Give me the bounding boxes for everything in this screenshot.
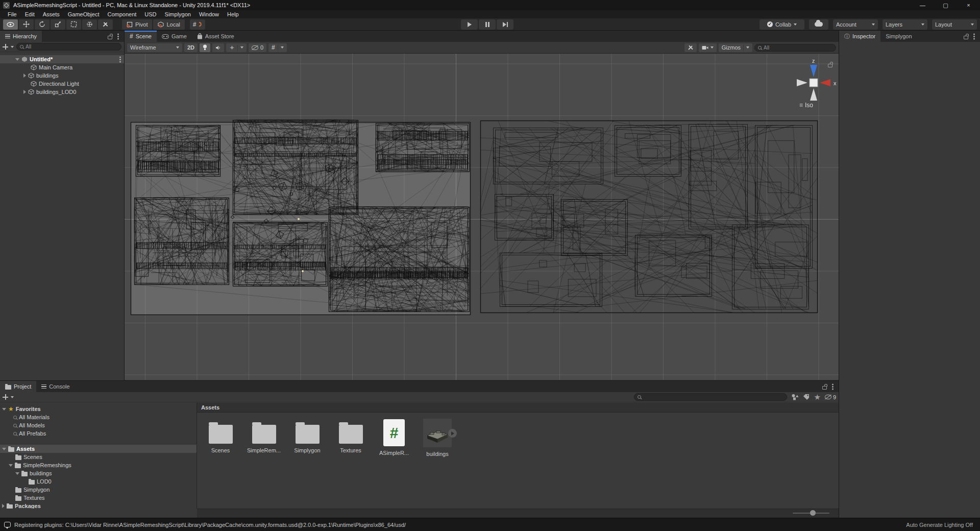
project-search-field[interactable]: [634, 393, 787, 401]
asset-tile-scenes[interactable]: Scenes: [202, 419, 239, 453]
scene-camera-dropdown[interactable]: [699, 43, 717, 52]
project-search-input[interactable]: [643, 394, 783, 400]
transform-tool-button[interactable]: [82, 19, 97, 30]
wireframe-canvas[interactable]: [125, 54, 839, 380]
scene-menu-icon[interactable]: [119, 59, 121, 60]
lock-icon[interactable]: [964, 36, 968, 39]
hierarchy-search-input[interactable]: [26, 44, 118, 50]
project-tree-item-assets[interactable]: Assets: [0, 445, 197, 453]
menu-component[interactable]: Component: [104, 11, 140, 17]
menu-gameobject[interactable]: GameObject: [64, 11, 103, 17]
chevron-down-icon[interactable]: [11, 46, 14, 48]
favorite-all-prefabs[interactable]: All Prefabs: [0, 429, 197, 438]
chevron-down-icon[interactable]: [11, 396, 14, 398]
tab-simplygon[interactable]: Simplygon: [880, 31, 917, 42]
project-tree-item-textures[interactable]: Textures: [0, 494, 197, 502]
project-tree-item-lod0[interactable]: LOD0: [0, 477, 197, 486]
asset-tile-script[interactable]: # ASimpleR...: [376, 419, 412, 456]
move-tool-button[interactable]: [19, 19, 34, 30]
scene-lighting-toggle[interactable]: [200, 43, 210, 52]
lock-icon[interactable]: [108, 36, 112, 39]
tab-scene[interactable]: # Scene: [125, 31, 157, 42]
grid-visibility-dropdown[interactable]: #: [268, 43, 287, 52]
collab-dropdown[interactable]: ✓ Collab: [760, 19, 804, 30]
hierarchy-item-directional-light[interactable]: Directional Light: [0, 80, 124, 88]
project-tree-item-buildings[interactable]: buildings: [0, 469, 197, 477]
cloud-button[interactable]: [809, 19, 828, 30]
tab-hierarchy[interactable]: Hierarchy: [0, 31, 42, 42]
projection-mode[interactable]: ≡ Iso: [799, 102, 813, 109]
menu-help[interactable]: Help: [224, 11, 242, 17]
menu-edit[interactable]: Edit: [21, 11, 38, 17]
foldout-closed-icon[interactable]: [23, 74, 26, 78]
menu-simplygon[interactable]: Simplygon: [161, 11, 194, 17]
layers-dropdown[interactable]: Layers: [883, 19, 927, 30]
menu-file[interactable]: File: [4, 11, 20, 17]
search-by-type-icon[interactable]: [791, 394, 799, 400]
create-add-icon[interactable]: [3, 394, 8, 400]
project-tree-item-scenes[interactable]: Scenes: [0, 453, 197, 461]
hierarchy-search-field[interactable]: [16, 43, 121, 51]
create-add-icon[interactable]: [3, 44, 8, 50]
hierarchy-item-main-camera[interactable]: Main Camera: [0, 63, 124, 71]
2d-toggle-button[interactable]: 2D: [184, 43, 198, 52]
menu-assets[interactable]: Assets: [39, 11, 63, 17]
minimize-button[interactable]: —: [911, 0, 934, 10]
tab-inspector[interactable]: ⓘ Inspector: [839, 31, 880, 42]
favorite-all-models[interactable]: All Models: [0, 421, 197, 429]
asset-tile-textures[interactable]: Textures: [332, 419, 369, 453]
panel-menu-icon[interactable]: [832, 386, 834, 388]
scene-audio-toggle[interactable]: [212, 43, 224, 52]
status-bar[interactable]: Registering plugins: C:\Users\Vidar Rinn…: [0, 518, 980, 531]
account-dropdown[interactable]: Account: [833, 19, 878, 30]
component-tools-button[interactable]: [684, 43, 697, 52]
custom-tools-button[interactable]: [98, 19, 113, 30]
tab-console[interactable]: Console: [36, 381, 75, 392]
foldout-open-icon[interactable]: [15, 472, 19, 475]
hierarchy-item-scene[interactable]: Untitled*: [0, 55, 124, 63]
menu-window[interactable]: Window: [195, 11, 223, 17]
scene-effects-dropdown[interactable]: ✦: [226, 43, 247, 52]
asset-tile-simpleremeshings[interactable]: SimpleRem...: [246, 419, 282, 453]
pause-button[interactable]: [479, 19, 496, 30]
play-button[interactable]: [461, 19, 478, 30]
step-button[interactable]: [497, 19, 513, 30]
lock-icon[interactable]: [822, 386, 827, 390]
project-tree-item-simpleremeshings[interactable]: SimpleRemeshings: [0, 461, 197, 469]
panel-menu-icon[interactable]: [117, 36, 119, 37]
pivot-toggle-button[interactable]: Pivot: [122, 19, 152, 30]
scene-search-input[interactable]: [764, 45, 832, 51]
view-tool-button[interactable]: [3, 19, 18, 30]
slider-handle[interactable]: [810, 510, 816, 516]
search-by-label-icon[interactable]: [803, 394, 810, 400]
maximize-button[interactable]: ▢: [934, 0, 957, 10]
foldout-closed-icon[interactable]: [23, 90, 26, 94]
rect-tool-button[interactable]: [66, 19, 81, 30]
gizmos-dropdown[interactable]: Gizmos: [719, 43, 752, 52]
foldout-open-icon[interactable]: [2, 448, 6, 450]
layout-dropdown[interactable]: Layout: [932, 19, 977, 30]
hierarchy-item-buildings-lod0[interactable]: buildings_LOD0: [0, 88, 124, 96]
menu-usd[interactable]: USD: [141, 11, 160, 17]
expand-subassets-icon[interactable]: [448, 429, 457, 438]
hierarchy-item-buildings[interactable]: buildings: [0, 71, 124, 80]
scale-tool-button[interactable]: [51, 19, 65, 30]
local-toggle-button[interactable]: Local: [153, 19, 184, 30]
panel-menu-icon[interactable]: [973, 36, 975, 37]
tab-asset-store[interactable]: Asset Store: [192, 31, 239, 42]
asset-tile-buildings-model[interactable]: buildings: [419, 419, 456, 457]
tab-game[interactable]: Game: [157, 31, 192, 42]
foldout-open-icon[interactable]: [2, 408, 6, 411]
scene-visibility-toggle[interactable]: 0: [249, 43, 266, 52]
project-visibility-toggle[interactable]: 9: [825, 394, 836, 400]
project-tree-item-simplygon[interactable]: Simplygon: [0, 486, 197, 494]
favorite-all-materials[interactable]: All Materials: [0, 413, 197, 421]
close-button[interactable]: ×: [957, 0, 980, 10]
scene-search-field[interactable]: [754, 44, 836, 52]
grid-snapping-button[interactable]: #: [190, 19, 206, 30]
scene-viewport[interactable]: z x ≡ Iso: [125, 54, 839, 380]
rotate-tool-button[interactable]: [35, 19, 50, 30]
foldout-open-icon[interactable]: [15, 58, 19, 61]
project-tree-item-packages[interactable]: Packages: [0, 502, 197, 509]
thumbnail-zoom-slider[interactable]: [793, 513, 829, 514]
